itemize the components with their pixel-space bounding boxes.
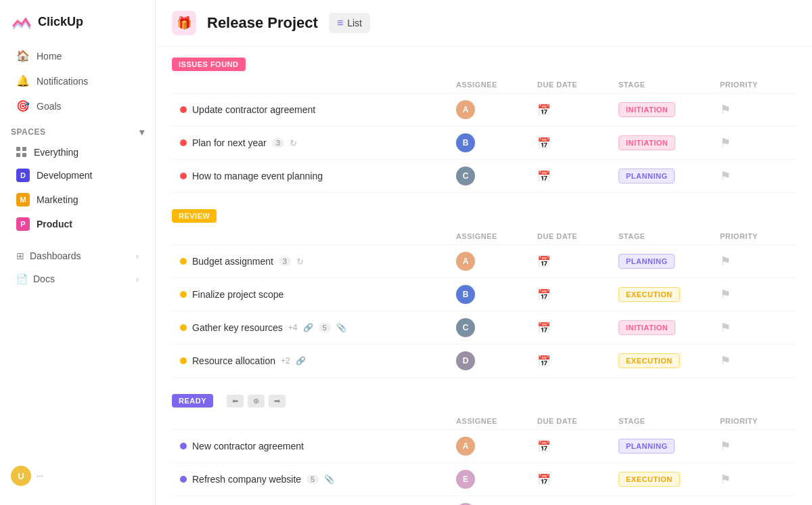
task-status-dot [180, 357, 187, 364]
sidebar-development-label: Development [37, 170, 93, 181]
header-priority-1: PRIORITY [720, 81, 788, 89]
task-status-dot [180, 443, 187, 449]
link-icon: 🔗 [296, 356, 306, 366]
sidebar-item-docs[interactable]: 📄 Docs › [5, 267, 150, 290]
calendar-icon: 📅 [537, 441, 551, 452]
task-title: Resource allocation [192, 355, 275, 366]
page-title: Release Project [207, 14, 318, 32]
sidebar-docs-label: Docs [33, 273, 55, 284]
sidebar-item-development[interactable]: D Development [5, 163, 150, 188]
filter-button[interactable]: ⬅ [227, 395, 244, 408]
attachment-icon: 📎 [336, 323, 346, 332]
docs-icon: 📄 [16, 273, 28, 284]
stage-badge: PLANNING [618, 169, 675, 183]
header-assignee-1: ASSIGNEE [456, 81, 537, 89]
list-tab-label: List [347, 18, 362, 28]
sidebar-item-product[interactable]: P Product [5, 212, 150, 236]
priority-icon: ⚑ [720, 103, 731, 116]
nav-notifications-label: Notifications [37, 76, 88, 87]
task-title: Update contractor agreement [192, 104, 315, 115]
header-stage-1: STAGE [618, 81, 720, 89]
list-view-tab[interactable]: ≡ List [329, 13, 370, 33]
task-status-dot [180, 476, 187, 483]
product-space-dot: P [16, 217, 30, 231]
calendar-icon: 📅 [537, 137, 551, 149]
priority-icon: ⚑ [720, 354, 731, 368]
table-row[interactable]: New contractor agreement A 📅 PLANNING ⚑ [172, 430, 796, 463]
priority-icon: ⚑ [720, 255, 731, 268]
task-title: Budget assignment [192, 256, 273, 267]
task-title: Finalize project scope [192, 289, 284, 300]
calendar-icon: 📅 [537, 171, 551, 182]
ready-badge[interactable]: READY [172, 394, 213, 408]
table-row[interactable]: Refresh company website 5 📎 E 📅 EXECUTIO… [172, 463, 796, 496]
table-row[interactable]: Finalize project scope B 📅 EXECUTION ⚑ [172, 278, 796, 311]
table-row[interactable]: Budget assignment 3 ↻ A 📅 PLANNING ⚑ [172, 245, 796, 278]
logo-area: ClickUp [0, 11, 155, 43]
avatar: C [456, 318, 475, 337]
sidebar-item-everything[interactable]: Everything [5, 141, 150, 163]
avatar: A [456, 437, 475, 456]
ready-section-label-row: READY ⬅ ⊕ ➡ [172, 394, 796, 408]
table-row[interactable]: Resource allocation +2 🔗 D 📅 EXECUTION ⚑ [172, 345, 796, 378]
task-title: New contractor agreement [192, 441, 304, 452]
table-row[interactable]: Update key objectives 5 📎 E 📅 EXECUTION … [172, 496, 796, 505]
table-row[interactable]: Plan for next year 3 ↻ B 📅 INITIATION ⚑ [172, 127, 796, 160]
header-assignee-2: ASSIGNEE [456, 232, 537, 240]
chevron-down-icon[interactable]: ▾ [139, 127, 145, 137]
header-duedate-3: DUE DATE [537, 417, 618, 425]
task-title: How to manage event planning [192, 171, 323, 181]
task-title: Refresh company website [192, 474, 301, 485]
avatar: A [456, 100, 475, 119]
calendar-icon: 📅 [537, 256, 551, 267]
table-row[interactable]: Gather key resources +4 🔗 5 📎 C 📅 INITIA… [172, 311, 796, 345]
issues-badge[interactable]: ISSUES FOUND [172, 58, 246, 71]
calendar-icon: 📅 [537, 474, 551, 485]
sidebar-item-marketing[interactable]: M Marketing [5, 188, 150, 212]
forward-button[interactable]: ➡ [269, 395, 286, 408]
review-table-header: ASSIGNEE DUE DATE STAGE PRIORITY [172, 228, 796, 245]
link-icon: 🔗 [303, 323, 313, 332]
sidebar-dashboards-label: Dashboards [30, 250, 81, 261]
issues-section-label-row: ISSUES FOUND [172, 58, 796, 71]
ready-table-header: ASSIGNEE DUE DATE STAGE PRIORITY [172, 413, 796, 430]
avatar: C [456, 167, 475, 185]
main-content: 🎁 Release Project ≡ List ISSUES FOUND AS… [156, 0, 812, 505]
nav-home[interactable]: 🏠 Home [5, 43, 150, 68]
sidebar-marketing-label: Marketing [37, 194, 78, 205]
refresh-icon: ↻ [296, 257, 304, 267]
sidebar-item-dashboards[interactable]: ⊞ Dashboards › [5, 244, 150, 267]
review-badge[interactable]: REVIEW [172, 209, 217, 223]
table-row[interactable]: How to manage event planning C 📅 PLANNIN… [172, 160, 796, 193]
avatar: A [456, 252, 475, 271]
nav-goals[interactable]: 🎯 Goals [5, 93, 150, 118]
home-icon: 🏠 [16, 49, 30, 62]
project-icon: 🎁 [172, 11, 196, 35]
table-row[interactable]: Update contractor agreement A 📅 INITIATI… [172, 93, 796, 127]
header-priority-2: PRIORITY [720, 232, 788, 240]
stage-badge: PLANNING [618, 439, 675, 454]
group-review: REVIEW ASSIGNEE DUE DATE STAGE PRIORITY … [172, 209, 796, 378]
header-priority-3: PRIORITY [720, 417, 788, 425]
add-button[interactable]: ⊕ [248, 395, 265, 408]
nav-notifications[interactable]: 🔔 Notifications [5, 68, 150, 93]
header-duedate-1: DUE DATE [537, 81, 618, 89]
priority-icon: ⚑ [720, 439, 731, 453]
task-content-area: ISSUES FOUND ASSIGNEE DUE DATE STAGE PRI… [156, 47, 812, 505]
stage-badge: EXECUTION [618, 287, 680, 302]
task-status-dot [180, 173, 187, 179]
nav-home-label: Home [37, 51, 62, 62]
task-count: 3 [272, 138, 284, 148]
extra-count: +2 [281, 356, 290, 366]
task-status-dot [180, 139, 187, 146]
nav-goals-label: Goals [37, 101, 62, 112]
priority-icon: ⚑ [720, 321, 731, 334]
priority-icon: ⚑ [720, 169, 731, 183]
task-title: Gather key resources [192, 322, 283, 333]
development-space-dot: D [16, 169, 30, 182]
sidebar-product-label: Product [37, 219, 72, 229]
top-bar: 🎁 Release Project ≡ List [156, 0, 812, 47]
user-avatar[interactable]: U [11, 466, 31, 486]
chevron-right-icon: › [136, 251, 139, 261]
calendar-icon: 📅 [537, 322, 551, 334]
